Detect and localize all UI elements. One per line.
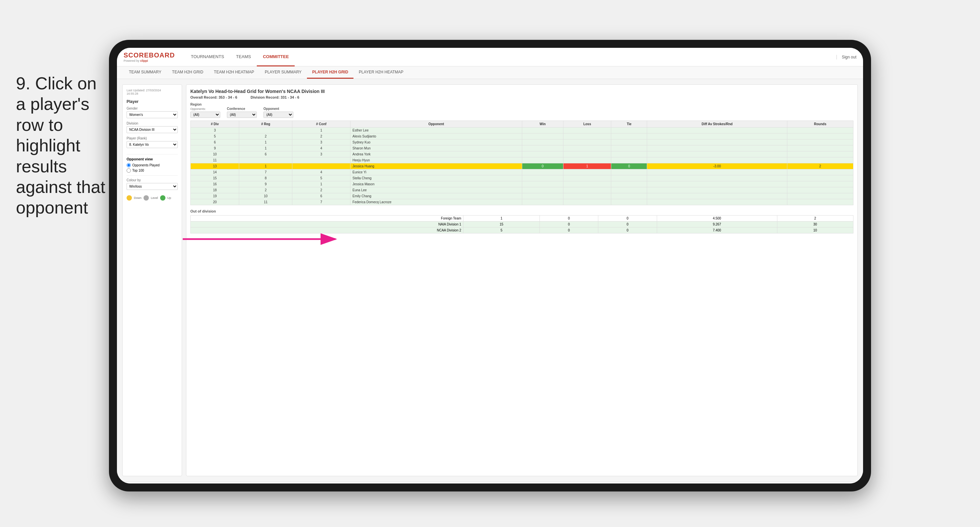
gender-select[interactable]: Women's <box>127 111 178 118</box>
opponent-view-title: Opponent view <box>127 157 178 161</box>
out-of-division-section: Out of division Foreign Team1004.5002NAI… <box>190 209 853 233</box>
table-row[interactable]: 613Sydney Kuo <box>191 140 853 146</box>
bottom-toolbar: ↩ ↪ ⟳ ✂ ⧉ ⊕ ⊖ ◎ 👁 View: Original 💾 Save … <box>117 481 863 484</box>
subnav-team-h2h-heatmap[interactable]: TEAM H2H HEATMAP <box>208 67 259 79</box>
logo-powered: Powered by clippi <box>124 59 175 62</box>
tablet-shell: SCOREBOARD Powered by clippi TOURNAMENTS… <box>109 40 871 492</box>
region-filter-group: Region Opponents: (All) <box>190 103 220 118</box>
opponent-filter-group: Opponent (All) <box>263 107 293 118</box>
table-row[interactable]: 1691Jessica Mason <box>191 181 853 187</box>
col-reg: # Reg <box>239 121 292 127</box>
dot-level-label: Level <box>151 196 158 200</box>
table-row[interactable]: 31Esther Lee <box>191 127 853 133</box>
nav-committee[interactable]: COMMITTEE <box>257 48 295 67</box>
dot-down <box>127 195 132 201</box>
table-row[interactable]: 11Heeju Hyun <box>191 157 853 163</box>
player-rank-label: Player (Rank) <box>127 137 178 140</box>
dot-up-label: Up <box>167 196 172 200</box>
radio-top-100[interactable]: Top 100 <box>127 168 178 173</box>
col-opponent: Opponent <box>350 121 522 127</box>
ood-table: Foreign Team1004.5002NAIA Division 11500… <box>190 215 853 233</box>
ood-table-row[interactable]: Foreign Team1004.5002 <box>191 216 853 222</box>
opponent-filter-label: Opponent <box>263 107 293 111</box>
col-tie: Tie <box>611 121 647 127</box>
division-label: Division <box>127 122 178 125</box>
table-row[interactable]: 914Sharon Mun <box>191 146 853 151</box>
col-rounds: Rounds <box>787 121 853 127</box>
col-loss: Loss <box>563 121 611 127</box>
subnav-team-h2h-grid[interactable]: TEAM H2H GRID <box>167 67 208 79</box>
table-row[interactable]: 1474Eunice Yi <box>191 169 853 175</box>
record-row: Overall Record: 353 - 34 - 6 Division Re… <box>190 95 853 99</box>
conference-filter-select[interactable]: (All) <box>227 111 257 118</box>
division-select[interactable]: NCAA Division III <box>127 126 178 133</box>
table-row[interactable]: 19106Emily Chang <box>191 193 853 199</box>
table-row[interactable]: 20117Federica Domecq Lacroze <box>191 199 853 205</box>
table-row[interactable]: 522Alexis Sudjianto <box>191 133 853 140</box>
subnav-player-summary[interactable]: PLAYER SUMMARY <box>259 67 307 79</box>
app-header: SCOREBOARD Powered by clippi TOURNAMENTS… <box>117 48 863 67</box>
logo-scoreboard: SCOREBOARD <box>124 51 175 59</box>
division-record: Division Record: 331 - 34 - 6 <box>250 95 299 99</box>
conference-label: Conference <box>227 107 257 111</box>
sign-out-area[interactable]: Sign out <box>837 55 856 59</box>
conference-filter-group: Conference (All) <box>227 107 257 118</box>
radio-opponents-played[interactable]: Opponents Played <box>127 163 178 167</box>
nav-tournaments[interactable]: TOURNAMENTS <box>185 48 230 67</box>
colour-dots: Down Level Up <box>127 195 178 201</box>
nav-teams[interactable]: TEAMS <box>230 48 257 67</box>
out-of-division-title: Out of division <box>190 209 853 213</box>
col-conf: # Conf <box>292 121 350 127</box>
instruction-text: 9. Click on a player's row to highlight … <box>16 73 109 218</box>
table-row[interactable]: 1822Euna Lee <box>191 187 853 193</box>
col-diff: Diff Av Strokes/Rnd <box>647 121 787 127</box>
colour-by-select[interactable]: Win/loss <box>127 183 178 190</box>
dot-down-label: Down <box>134 196 142 200</box>
last-updated: Last Updated: 27/03/2024 16:55:28 <box>127 89 178 95</box>
ood-table-row[interactable]: NCAA Division 25007.40010 <box>191 227 853 233</box>
grid-title: Katelyn Vo Head-to-Head Grid for Women's… <box>190 89 853 94</box>
colour-by-label: Colour by <box>127 178 178 182</box>
data-table: # Div # Reg # Conf Opponent Win Loss Tie… <box>190 121 853 205</box>
left-panel: Last Updated: 27/03/2024 16:55:28 Player… <box>122 84 182 476</box>
subnav-player-h2h-heatmap[interactable]: PLAYER H2H HEATMAP <box>353 67 409 79</box>
logo-area: SCOREBOARD Powered by clippi <box>124 51 175 62</box>
opponent-filter-select[interactable]: (All) <box>263 111 293 118</box>
table-row[interactable]: 1585Stella Cheng <box>191 175 853 181</box>
main-content: Last Updated: 27/03/2024 16:55:28 Player… <box>117 79 863 481</box>
region-label: Region <box>190 103 220 106</box>
right-panel: Katelyn Vo Head-to-Head Grid for Women's… <box>186 84 858 476</box>
player-section-title: Player <box>127 99 178 104</box>
table-row[interactable]: 1063Andrea York <box>191 151 853 157</box>
player-rank-select[interactable]: 8. Katelyn Vo <box>127 141 178 148</box>
sub-nav: TEAM SUMMARY TEAM H2H GRID TEAM H2H HEAT… <box>117 67 863 79</box>
overall-record: Overall Record: 353 - 34 - 6 <box>190 95 237 99</box>
filter-row: Region Opponents: (All) Conference (All) <box>190 103 853 118</box>
opponents-label: Opponents: <box>190 107 220 111</box>
tablet-screen: SCOREBOARD Powered by clippi TOURNAMENTS… <box>117 48 863 484</box>
nav-links: TOURNAMENTS TEAMS COMMITTEE <box>185 48 837 67</box>
dot-up <box>160 195 165 201</box>
col-div: # Div <box>191 121 239 127</box>
col-win: Win <box>522 121 563 127</box>
gender-label: Gender <box>127 106 178 110</box>
ood-table-row[interactable]: NAIA Division 115009.26730 <box>191 222 853 227</box>
table-row[interactable]: 131Jessica Huang010-3.002 <box>191 163 853 169</box>
dot-level <box>143 195 149 201</box>
colour-section: Colour by Win/loss Down Level Up <box>127 178 178 201</box>
subnav-player-h2h-grid[interactable]: PLAYER H2H GRID <box>307 67 353 79</box>
subnav-team-summary[interactable]: TEAM SUMMARY <box>124 67 167 79</box>
region-filter-select[interactable]: (All) <box>190 111 220 118</box>
